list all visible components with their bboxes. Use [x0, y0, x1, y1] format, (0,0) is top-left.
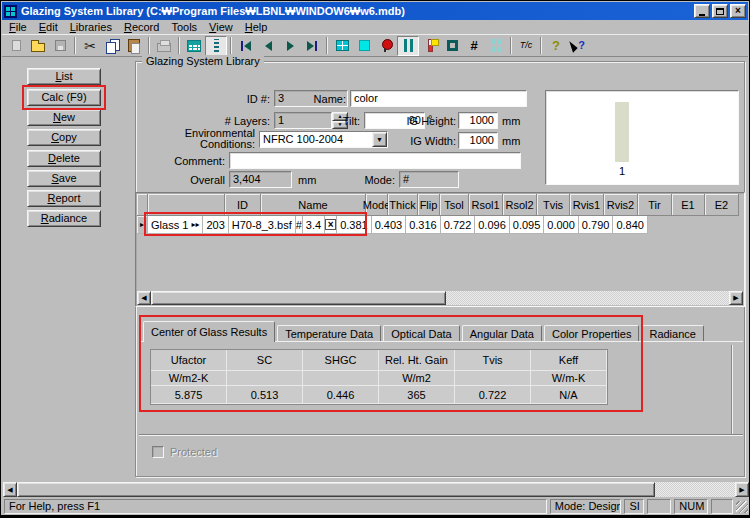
- cell-rvis1[interactable]: 0.096: [475, 216, 510, 234]
- previous-record-button[interactable]: [257, 36, 279, 56]
- cell-rsol2[interactable]: 0.316: [406, 216, 441, 234]
- scrollbar-thumb[interactable]: [17, 482, 655, 497]
- column-header-id[interactable]: ID: [225, 194, 261, 216]
- close-button[interactable]: ×: [730, 4, 746, 18]
- menu-record[interactable]: Record: [118, 21, 165, 34]
- context-help-button[interactable]: ?: [567, 36, 589, 56]
- column-header-rvis2[interactable]: Rvis2: [604, 194, 638, 216]
- report-button[interactable]: Report: [27, 190, 101, 207]
- cell-tsol[interactable]: 0.381: [337, 216, 372, 234]
- chevron-down-icon[interactable]: ▼: [372, 132, 387, 147]
- title-bar[interactable]: Glazing System Library (C:₩Program Files…: [2, 2, 748, 20]
- column-header-thick[interactable]: Thick: [388, 194, 418, 216]
- scrollbar-track[interactable]: [446, 291, 729, 305]
- copy-button[interactable]: [101, 36, 123, 56]
- table-row[interactable]: ▸ Glass 1 ▸▸ 203 H70-8_3.bsf # 3.4 × 0.3…: [137, 216, 743, 234]
- grid-horizontal-scrollbar[interactable]: ◀ ▶: [137, 291, 743, 305]
- tile-windows-button[interactable]: [331, 36, 353, 56]
- column-header-rvis1[interactable]: Rvis1: [570, 194, 604, 216]
- cell-flip[interactable]: ×: [325, 216, 337, 234]
- scroll-left-icon[interactable]: ◀: [3, 482, 17, 497]
- cell-rvis2[interactable]: 0.095: [510, 216, 545, 234]
- new-button[interactable]: [5, 36, 27, 56]
- maximize-button[interactable]: [712, 4, 728, 18]
- cell-tvis[interactable]: 0.722: [441, 216, 476, 234]
- open-button[interactable]: [27, 36, 49, 56]
- print-button[interactable]: [153, 36, 175, 56]
- cell-thick[interactable]: 3.4: [303, 216, 325, 234]
- list-button[interactable]: List: [27, 68, 101, 85]
- column-header-e1[interactable]: E1: [672, 194, 705, 216]
- column-header-e2[interactable]: E2: [705, 194, 739, 216]
- marker-button[interactable]: [375, 36, 397, 56]
- tab-color-properties[interactable]: Color Properties: [544, 325, 639, 342]
- ig-width-field[interactable]: 1000: [458, 132, 498, 149]
- cell-tir[interactable]: 0.000: [544, 216, 579, 234]
- column-header-name[interactable]: Name: [261, 194, 366, 216]
- cell-e2[interactable]: 0.840: [613, 216, 648, 234]
- protected-checkbox[interactable]: [152, 446, 164, 458]
- name-field[interactable]: color: [350, 90, 527, 107]
- cell-layer[interactable]: Glass 1 ▸▸: [148, 216, 203, 234]
- save-button[interactable]: [49, 36, 71, 56]
- frame-button[interactable]: [441, 36, 463, 56]
- comment-field[interactable]: [229, 152, 521, 169]
- cut-button[interactable]: ✂: [79, 36, 101, 56]
- radiance-button[interactable]: Radiance: [27, 210, 101, 227]
- glass-detail-arrows-icon[interactable]: ▸▸: [191, 220, 199, 229]
- detail-view-button[interactable]: [205, 36, 227, 56]
- delete-record-button[interactable]: Delete: [27, 150, 101, 167]
- menu-view[interactable]: View: [203, 21, 239, 34]
- column-header-flip[interactable]: Flip: [418, 194, 440, 216]
- save-record-button[interactable]: Save: [27, 170, 101, 187]
- cell-id[interactable]: 203: [203, 216, 228, 234]
- main-horizontal-scrollbar[interactable]: ◀ ▶: [3, 482, 749, 497]
- menu-libraries[interactable]: Libraries: [64, 21, 118, 34]
- tab-optical-data[interactable]: Optical Data: [383, 325, 460, 342]
- next-record-button[interactable]: [279, 36, 301, 56]
- scrollbar-track[interactable]: [655, 482, 735, 497]
- tab-angular-data[interactable]: Angular Data: [462, 325, 542, 342]
- tab-center-of-glass-results[interactable]: Center of Glass Results: [143, 321, 275, 342]
- scroll-right-icon[interactable]: ▶: [735, 482, 749, 497]
- cell-mode[interactable]: #: [296, 216, 303, 234]
- column-header-rsol1[interactable]: Rsol1: [469, 194, 503, 216]
- cell-e1[interactable]: 0.790: [579, 216, 614, 234]
- transmittance-button[interactable]: T/c: [515, 36, 537, 56]
- hatch-button[interactable]: [485, 36, 507, 56]
- help-button[interactable]: ?: [545, 36, 567, 56]
- grid-lines-button[interactable]: #: [463, 36, 485, 56]
- resize-grip[interactable]: [736, 501, 748, 513]
- env-conditions-select[interactable]: NFRC 100-2004 ▼: [259, 131, 388, 148]
- cell-rsol1[interactable]: 0.403: [372, 216, 407, 234]
- menu-help[interactable]: Help: [239, 21, 274, 34]
- flip-checkbox[interactable]: ×: [325, 219, 336, 230]
- column-header-rsol2[interactable]: Rsol2: [503, 194, 537, 216]
- column-header-tvis[interactable]: Tvis: [537, 194, 570, 216]
- scroll-left-icon[interactable]: ◀: [137, 291, 151, 305]
- menu-edit[interactable]: Edit: [33, 21, 64, 34]
- scrollbar-thumb[interactable]: [151, 291, 446, 305]
- last-record-button[interactable]: [301, 36, 323, 56]
- first-record-button[interactable]: [235, 36, 257, 56]
- minimize-button[interactable]: [694, 4, 710, 18]
- column-header-tsol[interactable]: Tsol: [440, 194, 469, 216]
- copy-record-button[interactable]: Copy: [27, 129, 101, 146]
- list-view-button[interactable]: [183, 36, 205, 56]
- temperature-button[interactable]: [419, 36, 441, 56]
- column-header-tir[interactable]: Tir: [638, 194, 672, 216]
- menu-file[interactable]: File: [3, 21, 33, 34]
- fill-color-button[interactable]: [353, 36, 375, 56]
- ig-height-field[interactable]: 1000: [458, 112, 498, 129]
- record-selector-icon[interactable]: ▸: [137, 216, 148, 234]
- column-header-mode[interactable]: Mode: [366, 194, 388, 216]
- new-record-button[interactable]: New: [27, 109, 101, 126]
- menu-tools[interactable]: Tools: [165, 21, 203, 34]
- cell-name[interactable]: H70-8_3.bsf: [229, 216, 296, 234]
- column-header-layer[interactable]: [148, 194, 225, 216]
- paste-button[interactable]: [123, 36, 145, 56]
- tab-temperature-data[interactable]: Temperature Data: [277, 325, 381, 342]
- calc-button[interactable]: Calc (F9): [27, 89, 101, 106]
- glazing-view-button[interactable]: [397, 36, 419, 56]
- tab-radiance[interactable]: Radiance: [641, 325, 703, 342]
